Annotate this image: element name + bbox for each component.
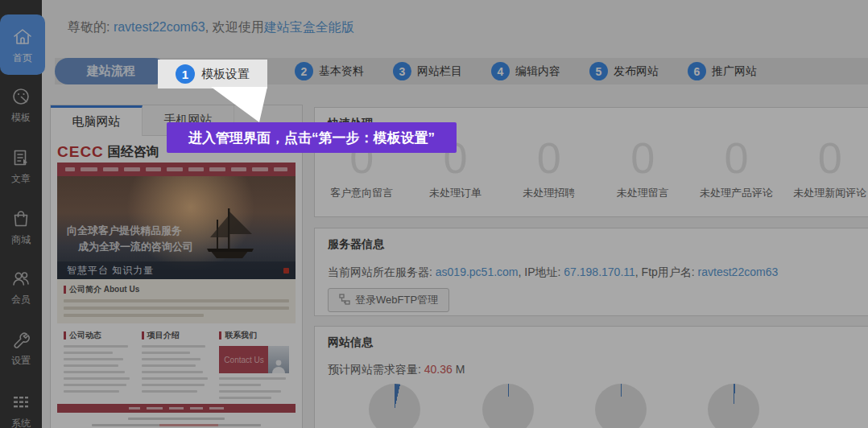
tour-dim-overlay — [0, 0, 868, 428]
step-number-badge: 1 — [176, 64, 195, 84]
tour-tooltip: 进入管理界面，点击“第一步：模板设置” — [167, 122, 457, 153]
step-label: 模板设置 — [201, 67, 250, 82]
app-window: 首页 模板 文章 商城 会员 设置 系统 尊敬的: ravtest22 — [0, 0, 868, 428]
tour-arrow-pointer-icon — [201, 84, 274, 125]
